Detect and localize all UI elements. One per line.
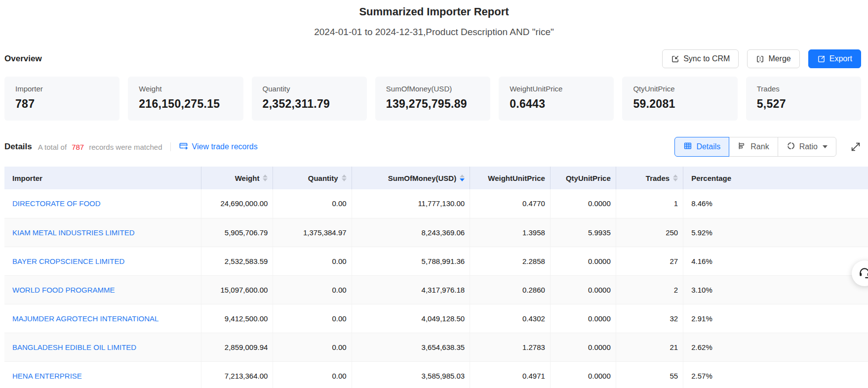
table-row: HENA ENTERPRISE7,213,364.000.003,585,985… (4, 361, 868, 388)
value-cell: 7,213,364.00 (201, 361, 273, 388)
sort-icon[interactable] (263, 174, 268, 181)
value-cell: 1 (616, 189, 683, 218)
value-cell: 3,585,985.03 (352, 361, 470, 388)
view-switcher: Details Rank (674, 137, 836, 157)
window-arrow-icon (179, 141, 188, 153)
matched-suffix: records were matched (89, 143, 162, 151)
card-value: 139,275,795.89 (386, 97, 479, 111)
value-cell: 4.16% (683, 247, 868, 275)
tab-rank-label: Rank (750, 142, 769, 151)
headset-icon (858, 266, 868, 281)
card-label: SumOfMoney(USD) (386, 85, 479, 93)
value-cell: 0.00 (273, 189, 352, 218)
importer-link[interactable]: KIAM METAL INDUSTRIES LIMITED (12, 228, 135, 237)
sort-icon[interactable] (342, 174, 347, 181)
column-header-quantity[interactable]: Quantity (273, 167, 352, 189)
importer-link[interactable]: BANGLADESH EDIBLE OIL LIMITED (12, 343, 136, 351)
value-cell: 0.2860 (470, 275, 551, 304)
sort-icon-active-desc[interactable] (460, 174, 465, 181)
value-cell: 0.0000 (550, 333, 616, 361)
column-header-percentage: Percentage (683, 167, 868, 189)
sync-to-crm-icon (671, 55, 679, 63)
tab-rank[interactable]: Rank (729, 137, 778, 157)
view-trade-records-label: View trade records (192, 142, 258, 151)
importer-link[interactable]: BAYER CROPSCIENCE LIMITED (12, 257, 124, 265)
column-label: SumOfMoney(USD) (388, 174, 456, 182)
importer-cell: BANGLADESH EDIBLE OIL LIMITED (4, 333, 201, 361)
column-label: WeightUnitPrice (488, 174, 545, 182)
export-button[interactable]: Export (808, 49, 861, 68)
tab-details[interactable]: Details (674, 137, 729, 157)
tab-ratio-label: Ratio (799, 142, 818, 151)
value-cell: 0.4770 (470, 189, 551, 218)
sync-to-crm-button[interactable]: Sync to CRM (662, 49, 739, 68)
tab-ratio[interactable]: Ratio (778, 137, 836, 157)
table-grid-icon (683, 141, 692, 152)
overview-section-title: Overview (4, 54, 42, 64)
column-label: Importer (12, 174, 42, 182)
merge-button[interactable]: Merge (747, 49, 799, 68)
value-cell: 2,859,009.94 (201, 333, 273, 361)
table-row: BANGLADESH EDIBLE OIL LIMITED2,859,009.9… (4, 333, 868, 361)
value-cell: 0.0000 (550, 304, 616, 333)
column-header-importer: Importer (4, 167, 201, 189)
value-cell: 0.0000 (550, 275, 616, 304)
value-cell: 1.3958 (470, 218, 551, 247)
records-matched-text: A total of 787 records were matched (38, 143, 162, 151)
card-label: WeightUnitPrice (510, 85, 603, 93)
value-cell: 8,243,369.06 (352, 218, 470, 247)
view-trade-records-link[interactable]: View trade records (179, 141, 258, 153)
report-query-subtitle: 2024-01-01 to 2024-12-31,Product Descrip… (0, 27, 868, 38)
importer-link[interactable]: HENA ENTERPRISE (12, 372, 82, 380)
value-cell: 2.62% (683, 333, 868, 361)
overview-card-quantity: Quantity 2,352,311.79 (252, 77, 367, 121)
column-label: QtyUnitPrice (566, 174, 611, 182)
card-label: Quantity (263, 85, 356, 93)
column-label: Weight (235, 174, 260, 182)
column-header-trades[interactable]: Trades (616, 167, 683, 189)
card-value: 0.6443 (510, 97, 603, 111)
page-title: Summarized Importer Report (0, 5, 868, 18)
merge-label: Merge (768, 54, 790, 63)
sort-icon[interactable] (673, 174, 678, 181)
value-cell: 21 (616, 333, 683, 361)
value-cell: 5.92% (683, 218, 868, 247)
value-cell: 5,905,706.79 (201, 218, 273, 247)
details-view-controls: Details Rank (674, 137, 861, 157)
overview-card-weight: Weight 216,150,275.15 (128, 77, 243, 121)
value-cell: 4,317,976.18 (352, 275, 470, 304)
column-header-weight[interactable]: Weight (201, 167, 273, 189)
column-header-weightunitprice: WeightUnitPrice (470, 167, 551, 189)
report-header: Summarized Importer Report 2024-01-01 to… (0, 0, 868, 38)
value-cell: 2.91% (683, 304, 868, 333)
importer-cell: BAYER CROPSCIENCE LIMITED (4, 247, 201, 275)
importer-link[interactable]: WORLD FOOD PROGRAMME (12, 286, 115, 294)
matched-count: 787 (70, 143, 86, 151)
toolbar-buttons: Sync to CRM Merge (662, 49, 861, 68)
value-cell: 3.10% (683, 275, 868, 304)
value-cell: 0.4302 (470, 304, 551, 333)
column-header-sumofmoney[interactable]: SumOfMoney(USD) (352, 167, 470, 189)
overview-cards: Importer 787 Weight 216,150,275.15 Quant… (4, 77, 861, 121)
value-cell: 1.2783 (470, 333, 551, 361)
summarized-importer-report-page: Summarized Importer Report 2024-01-01 to… (0, 0, 868, 388)
overview-card-qtyunitprice: QtyUnitPrice 59.2081 (622, 77, 737, 121)
importer-cell: HENA ENTERPRISE (4, 361, 201, 388)
export-label: Export (829, 54, 852, 63)
value-cell: 2.2858 (470, 247, 551, 275)
details-section-title: Details (4, 142, 32, 152)
sync-to-crm-label: Sync to CRM (683, 54, 730, 63)
overview-card-sumofmoney: SumOfMoney(USD) 139,275,795.89 (375, 77, 490, 121)
matched-prefix: A total of (38, 143, 67, 151)
value-cell: 3,654,638.35 (352, 333, 470, 361)
table-row: KIAM METAL INDUSTRIES LIMITED5,905,706.7… (4, 218, 868, 247)
bar-chart-icon (738, 141, 747, 152)
importer-link[interactable]: DIRECTORATE OF FOOD (12, 199, 101, 208)
details-bar: Details A total of 787 records were matc… (4, 137, 861, 157)
value-cell: 55 (616, 361, 683, 388)
column-header-qtyunitprice: QtyUnitPrice (550, 167, 616, 189)
fullscreen-expand-icon[interactable] (850, 141, 861, 152)
table-row: MAJUMDER AGROTECH INTERNATIONAL9,412,500… (4, 304, 868, 333)
table-row: DIRECTORATE OF FOOD24,690,000.000.0011,7… (4, 189, 868, 218)
importer-link[interactable]: MAJUMDER AGROTECH INTERNATIONAL (12, 314, 158, 323)
